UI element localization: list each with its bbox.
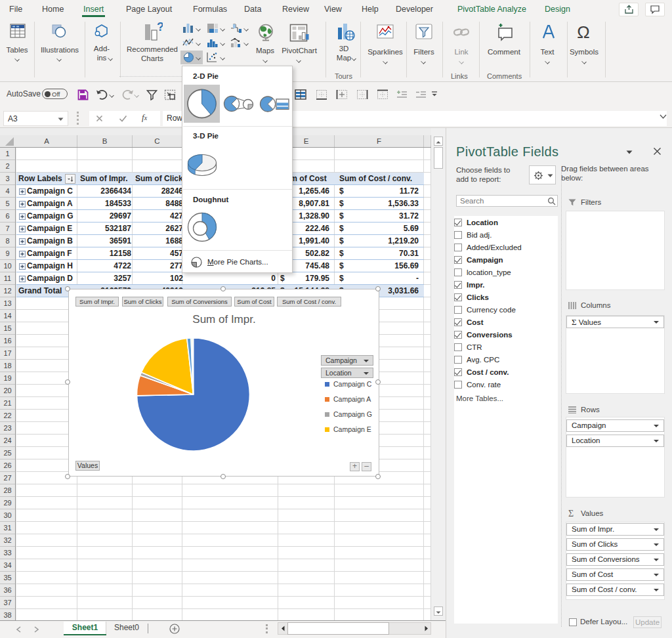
- svg-text:?: ?: [157, 22, 163, 33]
